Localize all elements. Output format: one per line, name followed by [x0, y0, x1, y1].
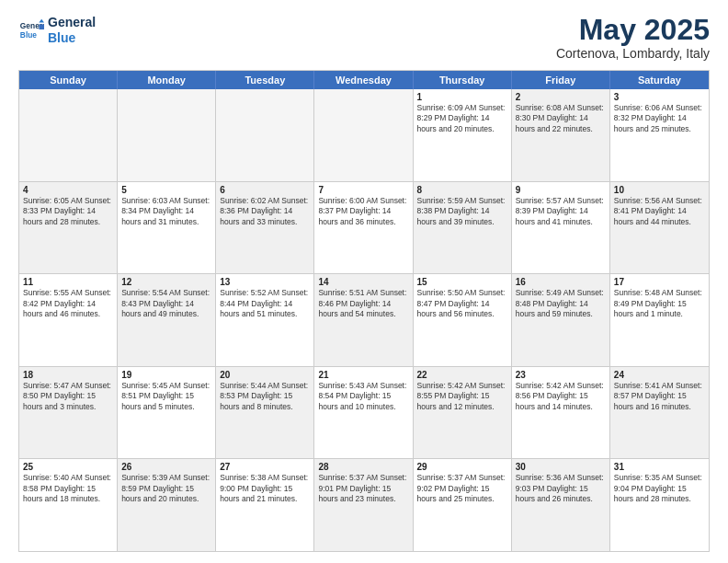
day-info: Sunrise: 5:42 AM Sunset: 8:55 PM Dayligh…	[417, 381, 507, 412]
day-number: 27	[220, 462, 310, 472]
day-header-wednesday: Wednesday	[314, 71, 413, 89]
day-info: Sunrise: 5:35 AM Sunset: 9:04 PM Dayligh…	[614, 473, 705, 504]
day-number: 22	[417, 370, 507, 380]
day-info: Sunrise: 6:03 AM Sunset: 8:34 PM Dayligh…	[121, 196, 211, 227]
week-row-1: 1Sunrise: 6:09 AM Sunset: 8:29 PM Daylig…	[19, 89, 709, 182]
day-cell-10: 10Sunrise: 5:56 AM Sunset: 8:41 PM Dayli…	[610, 182, 709, 274]
day-cell-7: 7Sunrise: 6:00 AM Sunset: 8:37 PM Daylig…	[314, 182, 413, 274]
day-info: Sunrise: 5:40 AM Sunset: 8:58 PM Dayligh…	[23, 473, 113, 504]
week-row-5: 25Sunrise: 5:40 AM Sunset: 8:58 PM Dayli…	[19, 459, 709, 551]
day-info: Sunrise: 5:47 AM Sunset: 8:50 PM Dayligh…	[23, 381, 113, 412]
title-block: May 2025 Cortenova, Lombardy, Italy	[556, 15, 710, 61]
day-info: Sunrise: 5:52 AM Sunset: 8:44 PM Dayligh…	[220, 288, 310, 319]
day-info: Sunrise: 5:59 AM Sunset: 8:38 PM Dayligh…	[417, 196, 507, 227]
day-cell-3: 3Sunrise: 6:06 AM Sunset: 8:32 PM Daylig…	[610, 89, 709, 181]
day-header-friday: Friday	[512, 71, 610, 89]
day-number: 13	[220, 277, 310, 287]
logo-blue: Blue	[48, 30, 96, 46]
day-cell-4: 4Sunrise: 6:05 AM Sunset: 8:33 PM Daylig…	[19, 182, 118, 274]
day-info: Sunrise: 5:49 AM Sunset: 8:48 PM Dayligh…	[516, 288, 606, 319]
day-cell-2: 2Sunrise: 6:08 AM Sunset: 8:30 PM Daylig…	[512, 89, 610, 181]
day-cell-22: 22Sunrise: 5:42 AM Sunset: 8:55 PM Dayli…	[414, 367, 512, 459]
day-info: Sunrise: 5:54 AM Sunset: 8:43 PM Dayligh…	[121, 288, 211, 319]
day-info: Sunrise: 5:36 AM Sunset: 9:03 PM Dayligh…	[516, 473, 606, 504]
day-cell-25: 25Sunrise: 5:40 AM Sunset: 8:58 PM Dayli…	[19, 459, 118, 551]
day-cell-8: 8Sunrise: 5:59 AM Sunset: 8:38 PM Daylig…	[414, 182, 512, 274]
day-cell-empty	[19, 89, 118, 181]
day-number: 29	[417, 462, 507, 472]
day-header-tuesday: Tuesday	[216, 71, 314, 89]
day-cell-12: 12Sunrise: 5:54 AM Sunset: 8:43 PM Dayli…	[118, 274, 216, 366]
week-row-4: 18Sunrise: 5:47 AM Sunset: 8:50 PM Dayli…	[19, 367, 709, 460]
day-header-saturday: Saturday	[610, 71, 709, 89]
day-number: 7	[318, 185, 408, 195]
day-info: Sunrise: 5:42 AM Sunset: 8:56 PM Dayligh…	[516, 381, 606, 412]
day-number: 2	[516, 92, 606, 102]
day-number: 5	[121, 185, 211, 195]
logo-general: General	[48, 15, 96, 30]
week-row-2: 4Sunrise: 6:05 AM Sunset: 8:33 PM Daylig…	[19, 182, 709, 275]
day-info: Sunrise: 5:48 AM Sunset: 8:49 PM Dayligh…	[614, 288, 705, 319]
day-number: 25	[23, 462, 113, 472]
day-cell-9: 9Sunrise: 5:57 AM Sunset: 8:39 PM Daylig…	[512, 182, 610, 274]
day-cell-19: 19Sunrise: 5:45 AM Sunset: 8:51 PM Dayli…	[118, 367, 216, 459]
header: General Blue General Blue May 2025 Corte…	[18, 15, 710, 61]
day-number: 23	[516, 370, 606, 380]
day-cell-23: 23Sunrise: 5:42 AM Sunset: 8:56 PM Dayli…	[512, 367, 610, 459]
day-number: 16	[516, 277, 606, 287]
day-number: 19	[121, 370, 211, 380]
day-cell-1: 1Sunrise: 6:09 AM Sunset: 8:29 PM Daylig…	[414, 89, 512, 181]
day-cell-6: 6Sunrise: 6:02 AM Sunset: 8:36 PM Daylig…	[216, 182, 314, 274]
day-cell-16: 16Sunrise: 5:49 AM Sunset: 8:48 PM Dayli…	[512, 274, 610, 366]
day-number: 24	[614, 370, 705, 380]
day-info: Sunrise: 5:55 AM Sunset: 8:42 PM Dayligh…	[23, 288, 113, 319]
day-cell-empty	[216, 89, 314, 181]
day-header-thursday: Thursday	[414, 71, 512, 89]
day-info: Sunrise: 5:51 AM Sunset: 8:46 PM Dayligh…	[318, 288, 408, 319]
calendar-body: 1Sunrise: 6:09 AM Sunset: 8:29 PM Daylig…	[19, 89, 709, 551]
svg-marker-4	[39, 24, 44, 29]
day-info: Sunrise: 6:06 AM Sunset: 8:32 PM Dayligh…	[614, 103, 705, 134]
day-number: 8	[417, 185, 507, 195]
day-cell-empty	[118, 89, 216, 181]
day-header-sunday: Sunday	[19, 71, 118, 89]
page: General Blue General Blue May 2025 Corte…	[0, 0, 728, 563]
day-number: 17	[614, 277, 705, 287]
day-cell-30: 30Sunrise: 5:36 AM Sunset: 9:03 PM Dayli…	[512, 459, 610, 551]
day-number: 11	[23, 277, 113, 287]
location: Cortenova, Lombardy, Italy	[556, 46, 710, 61]
day-cell-14: 14Sunrise: 5:51 AM Sunset: 8:46 PM Dayli…	[314, 274, 413, 366]
day-info: Sunrise: 5:50 AM Sunset: 8:47 PM Dayligh…	[417, 288, 507, 319]
day-number: 20	[220, 370, 310, 380]
day-number: 6	[220, 185, 310, 195]
day-cell-24: 24Sunrise: 5:41 AM Sunset: 8:57 PM Dayli…	[610, 367, 709, 459]
day-number: 14	[318, 277, 408, 287]
day-info: Sunrise: 5:38 AM Sunset: 9:00 PM Dayligh…	[220, 473, 310, 504]
day-headers: SundayMondayTuesdayWednesdayThursdayFrid…	[19, 71, 709, 89]
day-info: Sunrise: 5:37 AM Sunset: 9:01 PM Dayligh…	[318, 473, 408, 504]
day-number: 1	[417, 92, 507, 102]
day-info: Sunrise: 6:02 AM Sunset: 8:36 PM Dayligh…	[220, 196, 310, 227]
day-info: Sunrise: 6:05 AM Sunset: 8:33 PM Dayligh…	[23, 196, 113, 227]
day-number: 26	[121, 462, 211, 472]
day-number: 28	[318, 462, 408, 472]
day-number: 4	[23, 185, 113, 195]
day-cell-28: 28Sunrise: 5:37 AM Sunset: 9:01 PM Dayli…	[314, 459, 413, 551]
logo-icon: General Blue	[18, 17, 44, 43]
day-info: Sunrise: 5:43 AM Sunset: 8:54 PM Dayligh…	[318, 381, 408, 412]
day-number: 15	[417, 277, 507, 287]
day-info: Sunrise: 5:57 AM Sunset: 8:39 PM Dayligh…	[516, 196, 606, 227]
day-info: Sunrise: 6:08 AM Sunset: 8:30 PM Dayligh…	[516, 103, 606, 134]
calendar: SundayMondayTuesdayWednesdayThursdayFrid…	[18, 70, 710, 552]
day-cell-empty	[314, 89, 413, 181]
day-info: Sunrise: 6:09 AM Sunset: 8:29 PM Dayligh…	[417, 103, 507, 134]
day-number: 10	[614, 185, 705, 195]
day-cell-27: 27Sunrise: 5:38 AM Sunset: 9:00 PM Dayli…	[216, 459, 314, 551]
day-number: 3	[614, 92, 705, 102]
day-info: Sunrise: 5:45 AM Sunset: 8:51 PM Dayligh…	[121, 381, 211, 412]
day-cell-15: 15Sunrise: 5:50 AM Sunset: 8:47 PM Dayli…	[414, 274, 512, 366]
day-info: Sunrise: 5:44 AM Sunset: 8:53 PM Dayligh…	[220, 381, 310, 412]
week-row-3: 11Sunrise: 5:55 AM Sunset: 8:42 PM Dayli…	[19, 274, 709, 367]
day-cell-13: 13Sunrise: 5:52 AM Sunset: 8:44 PM Dayli…	[216, 274, 314, 366]
day-number: 12	[121, 277, 211, 287]
